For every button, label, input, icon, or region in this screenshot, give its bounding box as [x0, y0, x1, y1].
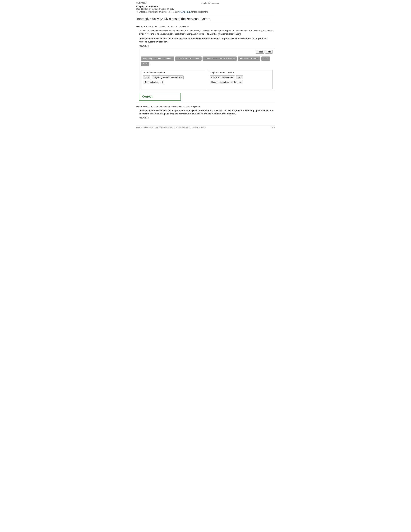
pns-item-2: Communication lines with the body — [210, 80, 243, 84]
part-a-body: We have only one nervous system, but, be… — [139, 29, 275, 103]
part-a-description: We have only one nervous system, but, be… — [139, 29, 275, 35]
drag-chip-6[interactable]: PNS — [141, 62, 149, 66]
part-b-label: Part B - — [136, 105, 144, 108]
drag-chip-2[interactable]: Cranial and spinal nerves — [175, 57, 201, 61]
part-b-header: Part B - Functional Classifications of t… — [136, 105, 275, 108]
grading-policy-line: To understand how points are awarded, re… — [136, 11, 275, 13]
part-b-instruction: In this activity, we will divide the per… — [139, 109, 275, 115]
due-date: Due: 11:48pm on Sunday, October 29, 2017 — [136, 8, 275, 10]
cns-zone-items: CNS Integrating and command centers Brai… — [143, 76, 204, 84]
drag-chip-1[interactable]: Integrating and command centers — [141, 57, 174, 61]
cns-abbr-chip: CNS — [143, 76, 150, 79]
activity-toolbar: Reset Help — [141, 50, 273, 54]
date-label: 10/19/2017 — [136, 2, 146, 4]
pns-item-1: Cranial and spinal nerves — [210, 76, 235, 79]
footer-bar: https://session.masteringaandp.com/myct/… — [136, 125, 275, 128]
drag-chip-5[interactable]: CNS — [262, 57, 270, 61]
grading-policy-prefix: To understand how points are awarded, re… — [136, 11, 178, 13]
footer-page-indicator: 1/15 — [271, 126, 275, 128]
drop-zones-container: Central nervous system CNS Integrating a… — [141, 70, 273, 89]
activity-box-a: Reset Help Integrating and command cente… — [139, 48, 275, 91]
part-b-answer-label: ANSWER: — [139, 116, 275, 119]
part-a-instruction: In this activity, we will divide the ner… — [139, 37, 275, 43]
correct-banner: Correct — [139, 93, 181, 101]
pns-zone-title: Peripheral nervous system — [210, 71, 271, 74]
part-a-header: Part A - Structural Classifications of t… — [136, 25, 275, 28]
grading-policy-link[interactable]: Grading Policy — [178, 11, 191, 13]
cns-drop-zone[interactable]: Central nervous system CNS Integrating a… — [141, 70, 206, 89]
pns-abbr-chip: PNS — [236, 76, 243, 79]
drag-chip-4[interactable]: Brain and spinal cord — [238, 57, 261, 61]
help-button[interactable]: Help — [265, 50, 273, 54]
activity-title: Interactive Activity: Divisions of the N… — [136, 17, 275, 21]
draggable-area: Integrating and command centers Cranial … — [141, 55, 273, 67]
reset-button[interactable]: Reset — [256, 50, 264, 54]
assignment-title: Chapter 07 Homework — [136, 5, 275, 8]
section-divider-a — [136, 23, 275, 23]
pns-drop-zone[interactable]: Peripheral nervous system Cranial and sp… — [208, 70, 273, 89]
part-a-answer-label: ANSWER: — [139, 45, 275, 47]
section-divider-b — [136, 103, 275, 103]
cns-item-1: Integrating and command centers — [151, 76, 184, 79]
part-a-label: Part A - — [136, 25, 144, 28]
top-divider — [136, 15, 275, 15]
part-b-title: Functional Classifications of the Periph… — [144, 105, 200, 108]
part-a-title: Structural Classifications of the Nervou… — [144, 25, 189, 28]
grading-policy-suffix: for this assignment. — [191, 11, 208, 13]
drag-chip-3[interactable]: Communication lines with the body — [203, 57, 237, 61]
page-title-center: Chapter 07 Homework — [201, 2, 220, 4]
cns-item-2: Brain and spinal cord — [143, 80, 165, 84]
footer-url: https://session.masteringaandp.com/myct/… — [136, 126, 206, 128]
cns-zone-title: Central nervous system — [143, 71, 204, 74]
pns-zone-items: Cranial and spinal nerves PNS Communicat… — [210, 76, 271, 84]
part-b-body: In this activity, we will divide the per… — [139, 109, 275, 119]
